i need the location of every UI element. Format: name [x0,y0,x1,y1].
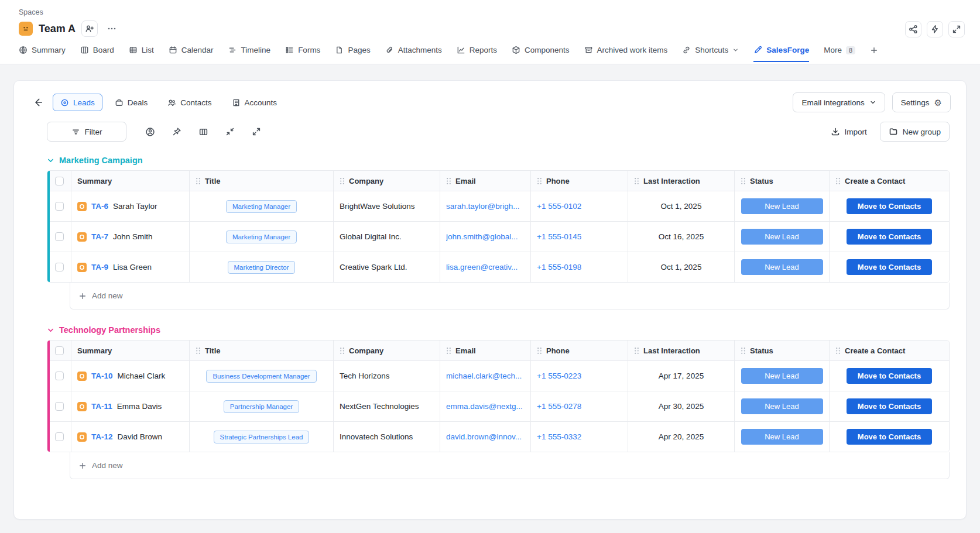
column-header-summary[interactable]: Summary [71,341,189,360]
status-button[interactable]: New Lead [741,429,823,445]
summary-cell[interactable]: TA-7John Smith [71,222,189,252]
lead-name[interactable]: Sarah Taylor [113,202,157,211]
status-button[interactable]: New Lead [741,368,823,384]
company-cell[interactable]: NextGen Technologies [333,391,440,421]
last-interaction-cell[interactable]: Apr 30, 2025 [628,391,734,421]
chevron-down-icon[interactable] [47,326,54,334]
status-button[interactable]: New Lead [741,259,823,275]
lead-name[interactable]: Emma Davis [117,402,162,411]
task-id[interactable]: TA-12 [91,432,113,441]
phone-link[interactable]: +1 555-0332 [537,432,581,441]
back-button[interactable] [33,97,43,108]
phone-link[interactable]: +1 555-0102 [537,202,581,211]
add-new-button[interactable]: Add new [70,283,950,310]
tab-salesforge[interactable]: SalesForge [753,46,809,62]
add-view-button[interactable] [870,46,878,62]
more-options-button[interactable] [104,20,120,37]
phone-link[interactable]: +1 555-0198 [537,263,581,271]
title-badge[interactable]: Marketing Manager [226,231,297,243]
company-cell[interactable]: Innovatech Solutions [333,422,440,452]
email-link[interactable]: sarah.taylor@brigh... [446,202,520,211]
task-id[interactable]: TA-9 [91,263,108,271]
email-link[interactable]: david.brown@innov... [446,432,522,441]
status-button[interactable]: New Lead [741,229,823,245]
summary-cell[interactable]: TA-11Emma Davis [71,391,189,421]
last-interaction-cell[interactable]: Oct 1, 2025 [628,191,734,221]
select-all-checkbox[interactable] [55,177,64,185]
phone-link[interactable]: +1 555-0145 [537,232,581,241]
expand-view-button[interactable] [252,127,261,136]
columns-button[interactable] [198,127,208,137]
column-header-create-contact[interactable]: Create a Contact [829,171,949,191]
column-header-phone[interactable]: Phone [530,171,628,191]
task-id[interactable]: TA-7 [91,232,108,241]
column-header-phone[interactable]: Phone [530,341,628,360]
status-button[interactable]: New Lead [741,398,823,414]
title-badge[interactable]: Strategic Partnerships Lead [214,431,310,443]
column-header-summary[interactable]: Summary [71,171,189,191]
settings-button[interactable]: Settings⚙ [892,92,951,112]
email-link[interactable]: emma.davis@nextg... [446,402,523,411]
move-to-contacts-button[interactable]: Move to Contacts [847,229,932,245]
column-header-email[interactable]: Email [440,171,530,191]
tab-contacts[interactable]: Contacts [160,94,219,111]
column-header-company[interactable]: Company [333,341,440,360]
fullscreen-button[interactable] [948,21,965,37]
phone-link[interactable]: +1 555-0278 [537,402,581,411]
task-id[interactable]: TA-6 [91,202,108,211]
title-badge[interactable]: Marketing Manager [226,200,297,213]
row-checkbox[interactable] [55,432,64,441]
select-all-checkbox[interactable] [55,346,64,355]
row-checkbox[interactable] [55,232,64,241]
move-to-contacts-button[interactable]: Move to Contacts [847,259,932,275]
tab-more[interactable]: More8 [824,46,855,62]
row-checkbox[interactable] [55,263,64,271]
company-cell[interactable]: Global Digital Inc. [333,222,440,252]
group-header[interactable]: Technology Partnerships [47,325,950,335]
lead-name[interactable]: Lisa Green [113,263,152,271]
column-header-status[interactable]: Status [734,341,829,360]
chevron-down-icon[interactable] [47,157,54,164]
tab-board[interactable]: Board [80,46,114,62]
title-badge[interactable]: Business Development Manager [206,370,316,383]
email-link[interactable]: john.smith@global... [446,232,518,241]
last-interaction-cell[interactable]: Oct 16, 2025 [628,222,734,252]
title-badge[interactable]: Partnership Manager [224,400,299,413]
collapse-button[interactable] [225,127,235,136]
company-cell[interactable]: Creative Spark Ltd. [333,252,440,282]
automation-button[interactable] [927,21,943,37]
column-header-company[interactable]: Company [333,171,440,191]
tab-reports[interactable]: Reports [457,46,497,62]
tab-list[interactable]: List [129,46,154,62]
manage-members-button[interactable] [81,20,98,37]
pin-button[interactable] [172,127,181,136]
breadcrumb[interactable]: Spaces [19,8,965,16]
email-link[interactable]: michael.clark@tech... [446,372,522,380]
tab-summary[interactable]: Summary [19,46,66,62]
tab-calendar[interactable]: Calendar [169,46,214,62]
company-cell[interactable]: Tech Horizons [333,361,440,391]
last-interaction-cell[interactable]: Oct 1, 2025 [628,252,734,282]
tab-attachments[interactable]: Attachments [385,46,442,62]
summary-cell[interactable]: TA-9Lisa Green [71,252,189,282]
tab-archived-work-items[interactable]: Archived work items [584,46,668,62]
task-id[interactable]: TA-11 [91,402,112,411]
tab-pages[interactable]: Pages [335,46,370,62]
tab-leads[interactable]: Leads [53,94,102,111]
import-button[interactable]: Import [831,127,866,136]
summary-cell[interactable]: TA-12David Brown [71,422,189,452]
column-header-title[interactable]: Title [189,171,333,191]
row-checkbox[interactable] [55,202,64,211]
task-id[interactable]: TA-10 [91,372,113,380]
move-to-contacts-button[interactable]: Move to Contacts [847,398,932,414]
new-group-button[interactable]: New group [880,122,950,142]
tab-timeline[interactable]: Timeline [228,46,271,62]
lead-name[interactable]: David Brown [118,432,163,441]
title-badge[interactable]: Marketing Director [228,261,296,274]
column-header-last-interaction[interactable]: Last Interaction [628,341,734,360]
filter-button[interactable]: Filter [47,122,126,142]
summary-cell[interactable]: TA-6Sarah Taylor [71,191,189,221]
move-to-contacts-button[interactable]: Move to Contacts [847,198,932,214]
tab-forms[interactable]: Forms [285,46,320,62]
last-interaction-cell[interactable]: Apr 17, 2025 [628,361,734,391]
